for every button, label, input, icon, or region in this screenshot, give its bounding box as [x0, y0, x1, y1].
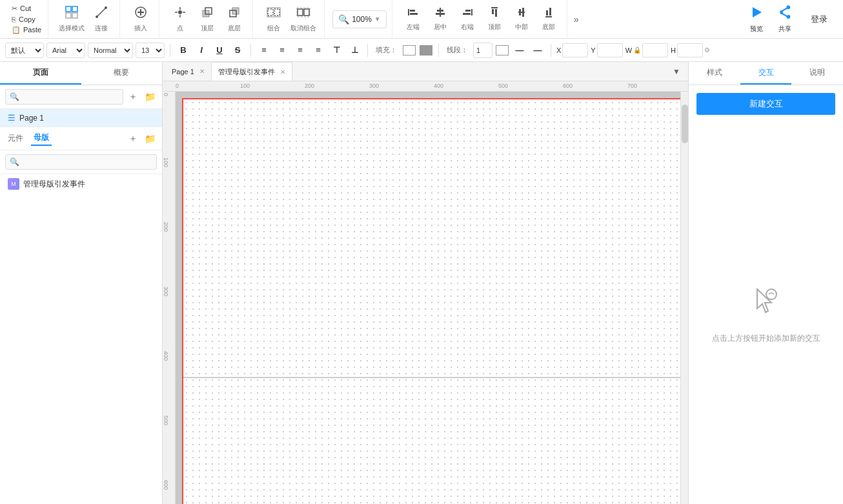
- top-layer-button[interactable]: 顶层: [194, 4, 220, 34]
- outline-tab[interactable]: 概要: [81, 62, 163, 85]
- add-page-button[interactable]: ＋: [126, 90, 140, 104]
- zoom-section: 🔍 100% ▼: [327, 0, 392, 38]
- right-panel: 样式 交互 说明 新建交互 点击上方按钮开始添加新的交互: [688, 62, 843, 504]
- masters-tab[interactable]: 母版: [31, 131, 52, 146]
- select-mode-button[interactable]: 选择模式: [56, 4, 87, 34]
- ungroup-button[interactable]: 取消组合: [288, 4, 319, 34]
- ruler-mark-400: 400: [434, 83, 498, 89]
- align-left-button[interactable]: 左端: [400, 5, 426, 33]
- more-button[interactable]: »: [570, 14, 583, 25]
- select-mode-icon: [65, 5, 79, 23]
- description-tab[interactable]: 说明: [791, 62, 843, 85]
- masters-search-input[interactable]: [19, 158, 152, 166]
- paste-button[interactable]: 📋 Paste: [10, 25, 43, 35]
- italic-button[interactable]: I: [194, 43, 209, 58]
- canvas-content[interactable]: [176, 92, 680, 504]
- tabs-dropdown-button[interactable]: ▼: [667, 67, 686, 76]
- copy-icon: ⎘: [12, 15, 16, 23]
- underline-button[interactable]: U: [212, 43, 227, 58]
- close-page1-button[interactable]: ✕: [199, 68, 205, 75]
- font-size-select[interactable]: 13: [136, 43, 165, 58]
- components-tab[interactable]: 元件: [5, 132, 26, 145]
- svg-rect-0: [66, 6, 71, 12]
- canvas-ruler-h: 0 100 200 300 400 500 600 700: [163, 81, 688, 92]
- group-icon: [267, 5, 281, 23]
- middle-align-label: 中部: [515, 23, 528, 32]
- stroke-width-input[interactable]: [473, 43, 493, 58]
- section-actions: ＋ 📁: [126, 132, 157, 146]
- cut-icon: ✂: [12, 5, 17, 13]
- pages-tab[interactable]: 页面: [0, 62, 81, 85]
- master-item-1[interactable]: M 管理母版引发事件: [0, 174, 162, 194]
- page-item-1[interactable]: ☰ Page 1: [0, 109, 162, 126]
- w-input[interactable]: [642, 43, 668, 57]
- preview-button[interactable]: 预览: [744, 3, 769, 35]
- style-tab[interactable]: 样式: [689, 62, 740, 85]
- canvas-tab-master[interactable]: 管理母版引发事件 ✕: [212, 62, 292, 81]
- add-folder-button[interactable]: 📁: [143, 90, 157, 104]
- text-align-center-button[interactable]: ≡: [274, 43, 290, 58]
- add-master-folder-button[interactable]: 📁: [143, 132, 157, 146]
- masters-search-wrap: 🔍: [5, 154, 157, 170]
- left-align-label: 左端: [407, 23, 420, 32]
- align-bottom-button[interactable]: 底部: [536, 5, 562, 33]
- copy-button[interactable]: ⎘ Copy: [10, 15, 43, 24]
- align-middle-button[interactable]: 中部: [509, 5, 534, 33]
- fill-color-filled[interactable]: [420, 45, 432, 55]
- align-middle-icon: [516, 6, 527, 21]
- login-button[interactable]: 登录: [800, 10, 838, 29]
- text-align-justify-button[interactable]: ≡: [310, 43, 326, 58]
- text-align-left-button[interactable]: ≡: [256, 43, 272, 58]
- point-button[interactable]: 点: [167, 4, 193, 34]
- bottom-layer-button[interactable]: 底层: [221, 4, 247, 34]
- fill-color-empty[interactable]: [403, 45, 416, 55]
- cut-button[interactable]: ✂ Cut: [10, 4, 43, 14]
- text-align-right-button[interactable]: ≡: [292, 43, 308, 58]
- interaction-tab[interactable]: 交互: [740, 62, 792, 85]
- stroke-style-1[interactable]: —: [512, 43, 527, 58]
- stroke-color[interactable]: [496, 45, 509, 55]
- svg-rect-30: [436, 13, 445, 15]
- center-align-label: 居中: [434, 23, 447, 32]
- new-interaction-button[interactable]: 新建交互: [696, 93, 835, 115]
- font-family-select[interactable]: Arial: [46, 43, 85, 58]
- canvas-tab-page1[interactable]: Page 1 ✕: [165, 62, 212, 81]
- h-input[interactable]: [677, 43, 703, 57]
- master-icon: M: [8, 178, 19, 190]
- group-button[interactable]: 组合: [261, 4, 287, 34]
- font-name-select[interactable]: 默认: [5, 43, 44, 58]
- page-search-input[interactable]: [19, 93, 119, 101]
- x-coord: X: [556, 43, 588, 57]
- stroke-style-2[interactable]: —: [530, 43, 545, 58]
- add-master-button[interactable]: ＋: [126, 132, 140, 146]
- text-valign-middle-button[interactable]: ⊥: [347, 43, 362, 58]
- connect-button[interactable]: 连接: [88, 4, 114, 34]
- text-valign-top-button[interactable]: ⊤: [329, 43, 344, 58]
- svg-rect-32: [465, 10, 471, 12]
- ruler-mark-500: 500: [498, 83, 563, 89]
- preview-label: 预览: [750, 25, 763, 34]
- insert-button[interactable]: 插入: [128, 4, 154, 34]
- svg-rect-17: [232, 8, 239, 14]
- align-top-button[interactable]: 顶部: [482, 5, 507, 33]
- font-style-select[interactable]: Normal: [88, 43, 133, 58]
- bold-button[interactable]: B: [176, 43, 191, 58]
- ruler-marks: 0 100 200 300 400 500 600 700: [176, 83, 688, 89]
- top-toolbar: ✂ Cut ⎘ Copy 📋 Paste 选择模式 连接: [0, 0, 843, 39]
- y-input[interactable]: [597, 43, 623, 57]
- strikethrough-button[interactable]: S: [230, 43, 245, 58]
- close-master-button[interactable]: ✕: [280, 68, 285, 76]
- select-mode-label: 选择模式: [59, 24, 85, 33]
- top-align-label: 顶部: [488, 23, 501, 32]
- svg-rect-2: [66, 13, 71, 18]
- zoom-control[interactable]: 🔍 100% ▼: [332, 10, 387, 28]
- masters-search-icon: 🔍: [10, 157, 19, 166]
- x-input[interactable]: [562, 43, 588, 57]
- align-right-button[interactable]: 右端: [454, 5, 480, 33]
- svg-rect-15: [203, 10, 209, 17]
- align-center-button[interactable]: 居中: [427, 5, 453, 33]
- scroll-thumb-v[interactable]: [682, 105, 688, 143]
- format-toolbar: 默认 Arial Normal 13 B I U S ≡ ≡ ≡ ≡ ⊤ ⊥ 填…: [0, 39, 843, 62]
- share-button[interactable]: 共享: [772, 3, 798, 35]
- canvas-tabs: Page 1 ✕ 管理母版引发事件 ✕ ▼: [163, 62, 688, 81]
